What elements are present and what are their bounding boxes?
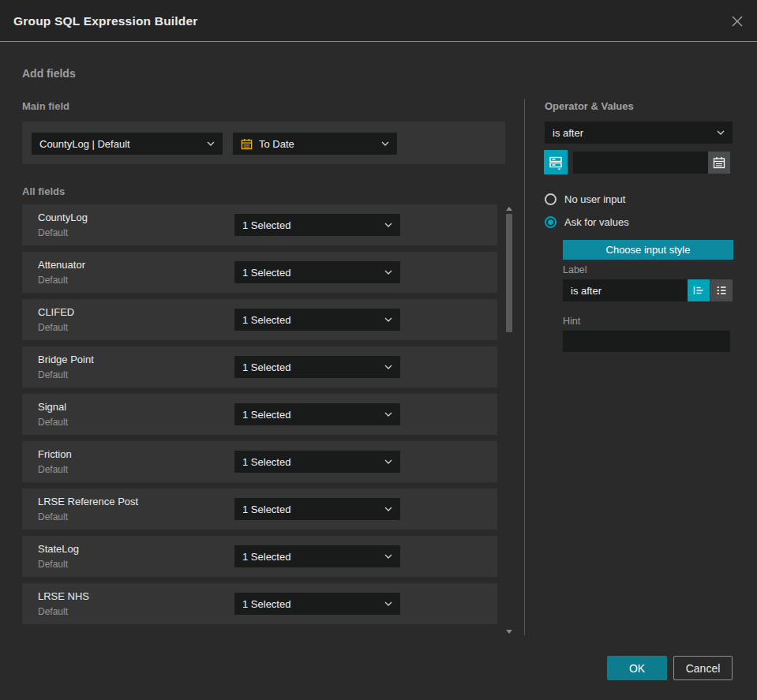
radio-circle-unselected[interactable] [545, 193, 557, 205]
align-left-icon [692, 284, 705, 297]
field-selection-dropdown[interactable]: 1 Selected [234, 356, 400, 378]
field-selection-dropdown[interactable]: 1 Selected [234, 593, 400, 615]
field-name: LRSE Reference Post [38, 496, 138, 507]
field-name: CountyLog [38, 211, 88, 223]
chevron-down-icon [384, 270, 392, 275]
chevron-down-icon [384, 317, 392, 322]
field-selection-value: 1 Selected [242, 361, 378, 373]
field-source: Default [38, 464, 68, 475]
field-row: Bridge Point Default 1 Selected [22, 346, 497, 387]
value-input[interactable] [573, 152, 708, 174]
radio-no-user-input-label: No user input [564, 193, 625, 205]
list-icon [715, 284, 728, 297]
vertical-divider [524, 99, 525, 635]
dialog-title: Group SQL Expression Builder [13, 0, 198, 42]
field-selection-value: 1 Selected [242, 314, 378, 326]
field-row: Friction Default 1 Selected [22, 441, 497, 482]
main-field-select-value: CountyLog | Default [39, 138, 200, 150]
add-fields-heading: Add fields [22, 67, 76, 80]
scrollbar-up-arrow-icon[interactable] [506, 207, 512, 211]
field-selection-value: 1 Selected [242, 551, 378, 563]
field-selection-dropdown[interactable]: 1 Selected [234, 309, 400, 331]
field-selection-value: 1 Selected [242, 219, 378, 231]
calendar-icon [241, 138, 253, 150]
label-input[interactable] [563, 279, 688, 301]
choose-input-style-button[interactable]: Choose input style [563, 240, 733, 260]
main-field-panel: CountyLog | Default To Date [22, 122, 505, 164]
radio-ask-for-values[interactable]: Ask for values [545, 216, 629, 228]
list-scrollbar[interactable] [504, 204, 514, 636]
calendar-icon [713, 156, 725, 169]
label-field-label: Label [563, 264, 587, 275]
date-picker-button[interactable] [708, 152, 730, 174]
operator-select[interactable]: is after [545, 122, 733, 144]
field-source: Default [38, 511, 68, 522]
field-selection-dropdown[interactable]: 1 Selected [234, 214, 400, 236]
field-source: Default [38, 606, 68, 617]
field-name: Signal [38, 401, 66, 413]
input-style-list-button[interactable] [710, 279, 733, 301]
radio-circle-selected[interactable] [545, 216, 557, 228]
stacked-rows-icon [549, 155, 563, 170]
field-source: Default [38, 275, 68, 286]
field-selection-dropdown[interactable]: 1 Selected [234, 403, 400, 425]
field-selection-value: 1 Selected [242, 409, 378, 421]
field-source: Default [38, 559, 68, 570]
all-fields-heading: All fields [22, 185, 65, 197]
field-name: Bridge Point [38, 354, 94, 365]
field-selection-value: 1 Selected [242, 456, 378, 468]
input-style-single-line-button[interactable] [688, 279, 710, 301]
field-name: CLIFED [38, 306, 74, 318]
scrollbar-thumb[interactable] [506, 214, 512, 332]
chevron-down-icon [384, 459, 392, 464]
main-field-select[interactable]: CountyLog | Default [32, 133, 223, 155]
field-name: Attenuator [38, 259, 85, 271]
radio-no-user-input[interactable]: No user input [545, 193, 625, 205]
chevron-down-icon [384, 554, 392, 559]
field-selection-value: 1 Selected [242, 503, 378, 515]
field-row: Attenuator Default 1 Selected [22, 252, 497, 293]
unique-values-button[interactable] [544, 150, 568, 174]
hint-field-label: Hint [563, 316, 580, 327]
field-name: Friction [38, 448, 72, 460]
scrollbar-down-arrow-icon[interactable] [506, 630, 512, 634]
field-source: Default [38, 417, 68, 428]
chevron-down-icon [717, 130, 725, 135]
chevron-down-icon [384, 412, 392, 417]
main-field-heading: Main field [22, 100, 69, 112]
field-selection-dropdown[interactable]: 1 Selected [234, 498, 400, 520]
field-row: StateLog Default 1 Selected [22, 536, 497, 577]
field-selection-value: 1 Selected [242, 267, 378, 279]
ok-button[interactable]: OK [607, 656, 667, 680]
field-selection-dropdown[interactable]: 1 Selected [234, 261, 400, 283]
hint-input[interactable] [563, 331, 730, 352]
operator-select-value: is after [553, 127, 710, 139]
field-name: StateLog [38, 543, 79, 555]
main-field-date-select[interactable]: To Date [233, 133, 397, 155]
field-name: LRSE NHS [38, 590, 89, 602]
field-source: Default [38, 369, 68, 380]
field-row: Signal Default 1 Selected [22, 394, 497, 435]
chevron-down-icon [384, 507, 392, 511]
operator-values-heading: Operator & Values [545, 100, 634, 112]
cancel-button[interactable]: Cancel [673, 656, 733, 680]
field-source: Default [38, 322, 68, 333]
field-selection-dropdown[interactable]: 1 Selected [234, 451, 400, 473]
field-selection-value: 1 Selected [242, 598, 378, 610]
chevron-down-icon [384, 601, 392, 606]
close-icon[interactable] [729, 13, 746, 30]
dialog-header: Group SQL Expression Builder [0, 0, 757, 42]
chevron-down-icon [207, 141, 215, 146]
chevron-down-icon [381, 141, 389, 146]
field-row: CLIFED Default 1 Selected [22, 299, 497, 340]
radio-ask-for-values-label: Ask for values [564, 216, 629, 228]
field-source: Default [38, 227, 68, 238]
field-row: CountyLog Default 1 Selected [22, 204, 497, 245]
field-row: LRSE Reference Post Default 1 Selected [22, 489, 497, 530]
chevron-down-icon [384, 365, 392, 369]
main-field-date-select-value: To Date [259, 138, 375, 150]
field-selection-dropdown[interactable]: 1 Selected [234, 545, 400, 567]
chevron-down-icon [384, 223, 392, 227]
all-fields-list: CountyLog Default 1 Selected Attenuator … [22, 204, 497, 631]
field-row: LRSE NHS Default 1 Selected [22, 583, 497, 624]
